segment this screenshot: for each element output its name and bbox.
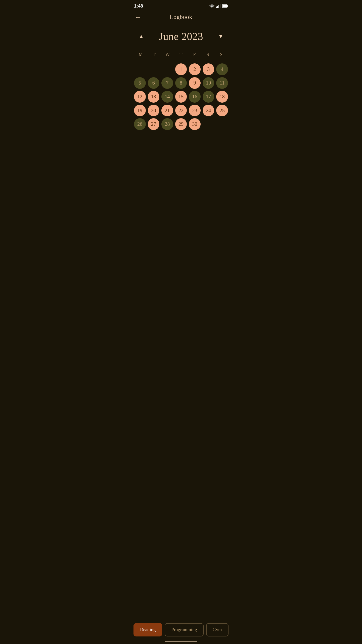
day-20[interactable]: 20 (148, 105, 160, 116)
day-5[interactable]: 5 (134, 77, 146, 89)
day-27[interactable]: 27 (148, 118, 160, 130)
day-15[interactable]: 15 (175, 91, 187, 103)
day-3[interactable]: 3 (203, 63, 214, 75)
day-1[interactable]: 1 (175, 63, 187, 75)
weekday-wed: W (161, 50, 174, 59)
back-button[interactable]: ← (134, 13, 142, 22)
next-month-button[interactable]: ▼ (216, 31, 225, 42)
day-29[interactable]: 29 (175, 118, 187, 130)
day-18[interactable]: 18 (216, 91, 228, 103)
day-empty-2 (161, 63, 173, 75)
weekday-sat: S (201, 50, 214, 59)
days-grid: 1234567891011121314151617181920212223242… (134, 63, 228, 130)
page-title: Logbook (134, 14, 228, 20)
day-7[interactable]: 7 (161, 77, 173, 89)
header: ← Logbook (129, 11, 233, 25)
day-empty-1 (148, 63, 160, 75)
day-19[interactable]: 19 (134, 105, 146, 116)
prev-month-button[interactable]: ▲ (137, 31, 146, 42)
day-empty-0 (134, 63, 146, 75)
weekdays-header: M T W T F S S (134, 50, 228, 59)
weekday-fri: F (188, 50, 201, 59)
day-21[interactable]: 21 (161, 105, 173, 116)
svg-rect-3 (220, 4, 220, 8)
day-26[interactable]: 26 (134, 118, 146, 130)
day-23[interactable]: 23 (189, 105, 201, 116)
wifi-icon (209, 4, 214, 8)
day-24[interactable]: 24 (203, 105, 214, 116)
day-10[interactable]: 10 (203, 77, 214, 89)
day-22[interactable]: 22 (175, 105, 187, 116)
weekday-sun: S (215, 50, 228, 59)
day-11[interactable]: 11 (216, 77, 228, 89)
day-8[interactable]: 8 (175, 77, 187, 89)
day-2[interactable]: 2 (189, 63, 201, 75)
svg-rect-5 (228, 5, 228, 7)
battery-icon (222, 4, 228, 8)
status-time: 1:48 (134, 4, 143, 9)
weekday-thu: T (174, 50, 188, 59)
day-25[interactable]: 25 (216, 105, 228, 116)
day-6[interactable]: 6 (148, 77, 160, 89)
day-9[interactable]: 9 (189, 77, 201, 89)
month-title: June 2023 (159, 30, 203, 43)
status-icons (209, 4, 228, 8)
day-17[interactable]: 17 (203, 91, 214, 103)
svg-rect-6 (222, 5, 227, 7)
day-empty-33 (203, 118, 214, 130)
weekday-tue: T (147, 50, 161, 59)
svg-rect-0 (216, 7, 217, 8)
day-14[interactable]: 14 (161, 91, 173, 103)
svg-rect-2 (218, 5, 219, 8)
month-nav: ▲ June 2023 ▼ (134, 30, 228, 43)
day-28[interactable]: 28 (161, 118, 173, 130)
day-13[interactable]: 13 (148, 91, 160, 103)
day-empty-34 (216, 118, 228, 130)
day-16[interactable]: 16 (189, 91, 201, 103)
status-bar: 1:48 (129, 0, 233, 11)
calendar-section: ▲ June 2023 ▼ M T W T F S S 123456789101… (129, 25, 233, 130)
day-30[interactable]: 30 (189, 118, 201, 130)
day-4[interactable]: 4 (216, 63, 228, 75)
signal-icon (216, 4, 220, 8)
day-12[interactable]: 12 (134, 91, 146, 103)
weekday-mon: M (134, 50, 147, 59)
svg-rect-1 (217, 6, 218, 8)
